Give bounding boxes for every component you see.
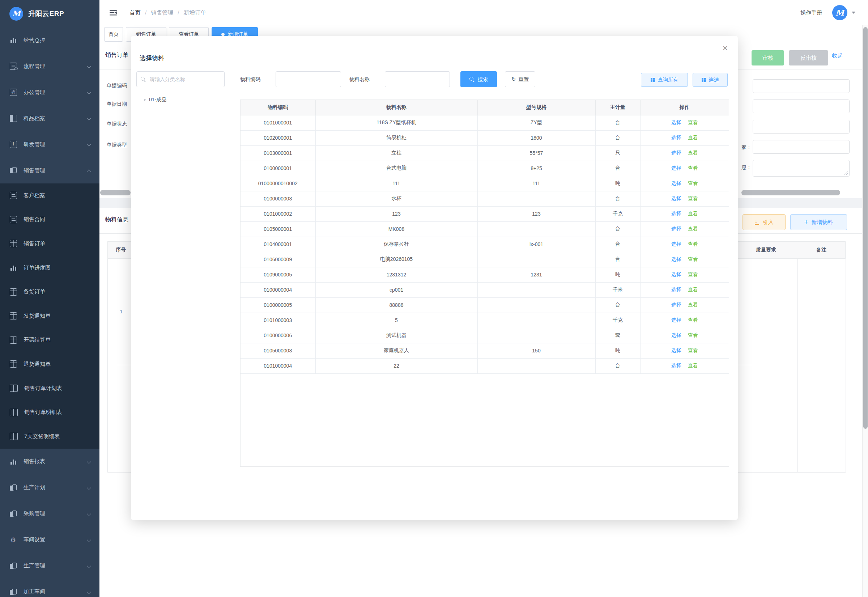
sidebar-item[interactable]: 销售管理 — [0, 157, 99, 183]
chevron-icon — [87, 512, 91, 515]
audit-button[interactable]: 审核 — [751, 50, 784, 65]
tree-expand-icon[interactable] — [144, 98, 146, 101]
select-link[interactable]: 选择 — [671, 165, 681, 171]
sidebar-subitem[interactable]: 销售订单 — [0, 232, 99, 256]
view-link[interactable]: 查看 — [688, 180, 698, 186]
view-link[interactable]: 查看 — [688, 165, 698, 171]
category-tree-node[interactable]: 01-成品 — [144, 97, 166, 103]
column-header: 主计量 — [595, 100, 640, 115]
sidebar-subitem[interactable]: 备货订单 — [0, 280, 99, 304]
view-link[interactable]: 查看 — [688, 302, 698, 307]
view-link[interactable]: 查看 — [688, 150, 698, 156]
select-link[interactable]: 选择 — [671, 317, 681, 323]
material-code-input[interactable] — [276, 71, 341, 87]
form-input[interactable] — [752, 100, 850, 113]
select-link[interactable]: 选择 — [671, 302, 681, 307]
view-link[interactable]: 查看 — [688, 119, 698, 125]
view-link[interactable]: 查看 — [688, 271, 698, 277]
sidebar-item[interactable]: 生产管理 — [0, 553, 99, 579]
sidebar-item[interactable]: 研发管理 — [0, 131, 99, 157]
view-link[interactable]: 查看 — [688, 226, 698, 232]
sidebar-item-label: 销售报表 — [24, 458, 45, 465]
form-textarea[interactable] — [752, 160, 850, 177]
manual-link[interactable]: 操作手册 — [800, 9, 822, 16]
select-link[interactable]: 选择 — [671, 332, 681, 338]
sidebar-item[interactable]: 采购管理 — [0, 501, 99, 527]
view-link[interactable]: 查看 — [688, 256, 698, 262]
grid-icon — [702, 78, 706, 82]
select-link[interactable]: 选择 — [671, 226, 681, 232]
vertical-scrollbar[interactable] — [862, 25, 868, 597]
view-link[interactable]: 查看 — [688, 241, 698, 247]
add-material-button[interactable]: +新增物料 — [790, 214, 847, 230]
menu-icon — [10, 562, 17, 569]
form-input[interactable] — [752, 140, 850, 154]
sidebar-subitem[interactable]: 7天交货明细表 — [0, 425, 99, 448]
vertical-scrollbar-thumb[interactable] — [863, 27, 868, 429]
user-menu-caret-icon[interactable] — [852, 12, 855, 14]
sidebar-subitem[interactable]: 发货通知单 — [0, 304, 99, 328]
view-link[interactable]: 查看 — [688, 348, 698, 353]
sidebar-item[interactable]: 销售报表 — [0, 448, 99, 475]
menu-icon — [10, 433, 18, 440]
select-link[interactable]: 选择 — [671, 256, 681, 262]
sidebar-item[interactable]: 加工车间 — [0, 579, 99, 597]
sidebar-item[interactable]: 流程管理 — [0, 53, 99, 79]
view-link[interactable]: 查看 — [688, 362, 698, 368]
view-link[interactable]: 查看 — [688, 317, 698, 323]
sidebar-subitem[interactable]: 订单进度图 — [0, 256, 99, 280]
multi-select-button[interactable]: 连选 — [693, 73, 728, 87]
material-name-input[interactable] — [385, 71, 450, 87]
horizontal-scrollbar-thumb[interactable] — [741, 190, 840, 195]
view-link[interactable]: 查看 — [688, 195, 698, 201]
form-input[interactable] — [752, 120, 850, 134]
breadcrumb-home[interactable]: 首页 — [129, 9, 141, 16]
view-link[interactable]: 查看 — [688, 287, 698, 293]
search-button[interactable]: 搜索 — [461, 71, 497, 87]
table-border — [107, 259, 108, 472]
horizontal-scrollbar-thumb[interactable] — [100, 190, 130, 195]
resize-grip-icon[interactable] — [844, 171, 848, 175]
sidebar-item[interactable]: 生产计划 — [0, 475, 99, 501]
import-button[interactable]: 引入 — [742, 214, 785, 230]
sidebar-subitem[interactable]: 销售订单计划表 — [0, 376, 99, 401]
select-link[interactable]: 选择 — [671, 195, 681, 201]
sidebar-item[interactable]: 料品档案 — [0, 105, 99, 131]
collapse-link[interactable]: 收起 — [832, 52, 843, 59]
select-link[interactable]: 选择 — [671, 348, 681, 353]
cell-actions: 选择 查看 — [640, 297, 729, 313]
user-avatar[interactable]: M — [832, 5, 847, 20]
form-input[interactable] — [752, 79, 850, 93]
chevron-icon — [87, 91, 91, 94]
close-icon[interactable]: × — [723, 44, 728, 52]
sidebar-subitem[interactable]: 开票结算单 — [0, 328, 99, 352]
sidebar-subitem[interactable]: 销售订单明细表 — [0, 400, 99, 425]
sidebar-subitem[interactable]: 退货通知单 — [0, 352, 99, 376]
select-link[interactable]: 选择 — [671, 211, 681, 216]
sidebar-item[interactable]: 办公管理 — [0, 79, 99, 105]
field-label-code: 单据编码 — [107, 83, 127, 89]
sidebar-item[interactable]: 经营总控 — [0, 27, 99, 53]
select-link[interactable]: 选择 — [671, 287, 681, 293]
select-link[interactable]: 选择 — [671, 180, 681, 186]
unaudit-button[interactable]: 反审核 — [789, 50, 828, 65]
view-link[interactable]: 查看 — [688, 211, 698, 216]
sidebar-fold-icon[interactable] — [108, 8, 118, 17]
category-search-input[interactable] — [136, 71, 225, 87]
sidebar-subitem[interactable]: 客户档案 — [0, 183, 99, 208]
view-link[interactable]: 查看 — [688, 332, 698, 338]
cell-name: 22 — [316, 358, 477, 373]
select-link[interactable]: 选择 — [671, 271, 681, 277]
reset-button[interactable]: ↻重置 — [505, 71, 535, 87]
sidebar-subitem[interactable]: 销售合同 — [0, 208, 99, 232]
sidebar-item[interactable]: 车间设置 — [0, 527, 99, 553]
query-all-button[interactable]: 查询所有 — [641, 73, 688, 87]
select-link[interactable]: 选择 — [671, 362, 681, 368]
select-link[interactable]: 选择 — [671, 135, 681, 140]
tab-home[interactable]: 首页 — [104, 27, 123, 42]
view-link[interactable]: 查看 — [688, 135, 698, 140]
select-link[interactable]: 选择 — [671, 119, 681, 125]
select-link[interactable]: 选择 — [671, 150, 681, 156]
select-link[interactable]: 选择 — [671, 241, 681, 247]
breadcrumb-sales[interactable]: 销售管理 — [151, 9, 173, 16]
